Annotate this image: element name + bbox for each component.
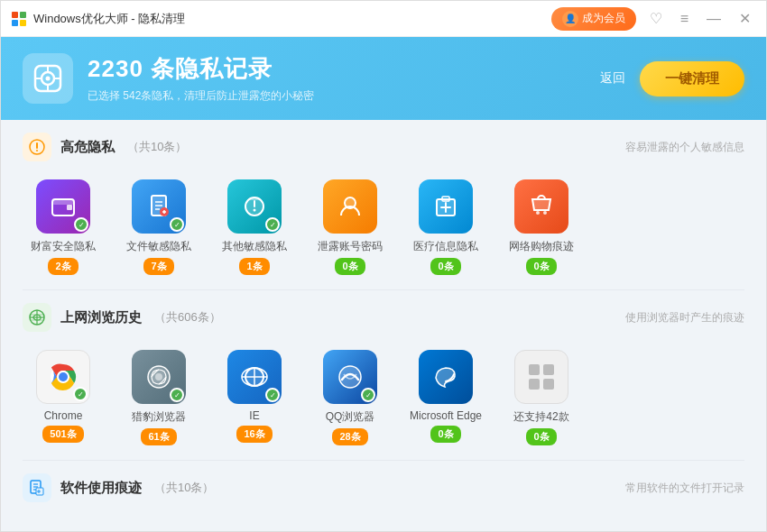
title-bar-controls: 👤 成为会员 ♡ ≡ — ✕ [551, 7, 755, 31]
high-risk-item-3[interactable]: 泄露账号密码 0条 [310, 179, 391, 275]
qq-label: QQ浏览器 [326, 409, 375, 425]
high-risk-desc: 容易泄露的个人敏感信息 [625, 140, 744, 155]
chrome-label: Chrome [44, 409, 83, 422]
browse-item-chrome[interactable]: ✓ Chrome 501条 [23, 350, 104, 445]
back-button[interactable]: 返回 [600, 70, 625, 87]
medical-icon [419, 179, 473, 234]
shop-icon [514, 179, 568, 234]
doc-icon [23, 473, 51, 502]
check-badge: ✓ [265, 388, 280, 402]
item-label-3: 泄露账号密码 [318, 239, 383, 254]
browse-item-edge[interactable]: Microsoft Edge 0条 [405, 350, 486, 445]
item-count-5: 0条 [526, 258, 556, 275]
item-label-0: 财富安全隐私 [31, 239, 96, 254]
high-risk-item-5[interactable]: 网络购物痕迹 0条 [501, 179, 582, 275]
svg-rect-44 [529, 364, 540, 375]
svg-point-30 [543, 211, 547, 215]
main-content: 高危隐私 （共10条） 容易泄露的个人敏感信息 ✓ 财富安全隐私 2条 [1, 120, 766, 532]
header-text: 2230 条隐私记录 已选择 542条隐私，清理后防止泄露您的小秘密 [88, 53, 314, 104]
menu-icon[interactable]: ≡ [676, 10, 693, 28]
high-risk-item-1[interactable]: ✓ 文件敏感隐私 7条 [118, 179, 199, 275]
browse-icon [23, 303, 51, 332]
high-risk-header: 高危隐私 （共10条） 容易泄露的个人敏感信息 [23, 133, 744, 161]
svg-rect-47 [543, 379, 554, 390]
item-label-1: 文件敏感隐私 [126, 239, 191, 254]
section-header-left: 高危隐私 （共10条） [23, 133, 187, 161]
leopard-label: 猎豹浏览器 [132, 409, 186, 425]
software-desc: 常用软件的文件打开记录 [625, 481, 744, 496]
header-left: 2230 条隐私记录 已选择 542条隐私，清理后防止泄露您的小秘密 [23, 53, 314, 104]
leopard-count: 61条 [141, 428, 176, 445]
svg-rect-46 [529, 379, 540, 390]
browse-item-leopard[interactable]: ✓ 猎豹浏览器 61条 [118, 350, 199, 445]
more-count: 0条 [526, 428, 556, 445]
browse-item-more[interactable]: 还支持42款 0条 [501, 350, 582, 445]
header-subtitle: 已选择 542条隐私，清理后防止泄露您的小秘密 [88, 88, 314, 104]
software-header-left: 软件使用痕迹 （共10条） [23, 473, 214, 502]
close-button[interactable]: ✕ [735, 10, 755, 28]
member-avatar: 👤 [562, 11, 578, 27]
high-risk-title: 高危隐私 [60, 139, 115, 156]
browse-item-qq[interactable]: ✓ QQ浏览器 28条 [310, 350, 391, 445]
qq-icon: ✓ [323, 350, 377, 404]
browse-items: ✓ Chrome 501条 ✓ [23, 343, 744, 454]
minimize-button[interactable]: — [702, 10, 725, 28]
svg-rect-45 [543, 364, 554, 375]
item-label-4: 医疗信息隐私 [413, 239, 478, 254]
high-risk-items: ✓ 财富安全隐私 2条 ✓ [23, 172, 744, 284]
browse-title: 上网浏览历史 [60, 309, 142, 326]
header-right: 返回 一键清理 [600, 61, 744, 96]
ie-icon: ✓ [227, 350, 282, 404]
browse-history-header: 上网浏览历史 （共606条） 使用浏览器时产生的痕迹 [23, 303, 744, 332]
svg-point-29 [536, 211, 540, 215]
high-risk-item-2[interactable]: ✓ 其他敏感隐私 1条 [214, 179, 295, 275]
account-icon [323, 179, 377, 234]
count-number: 2230 [88, 55, 143, 82]
clean-button[interactable]: 一键清理 [640, 61, 744, 96]
check-badge: ✓ [170, 388, 184, 402]
count-suffix: 条隐私记录 [143, 55, 273, 82]
browse-count: （共606条） [154, 309, 221, 326]
edge-label: Microsoft Edge [410, 409, 482, 422]
record-count-title: 2230 条隐私记录 [88, 53, 314, 85]
ie-count: 16条 [236, 426, 272, 443]
item-count-0: 2条 [48, 258, 78, 275]
software-title: 软件使用痕迹 [60, 480, 142, 497]
title-bar: Windows优化大师 - 隐私清理 👤 成为会员 ♡ ≡ — ✕ [1, 1, 766, 37]
check-badge: ✓ [74, 217, 88, 232]
other-icon: ✓ [227, 179, 282, 234]
high-risk-item-4[interactable]: 医疗信息隐私 0条 [405, 179, 486, 275]
software-usage-section: 软件使用痕迹 （共10条） 常用软件的文件打开记录 [1, 461, 766, 520]
check-badge: ✓ [73, 387, 88, 401]
svg-point-43 [339, 366, 361, 388]
high-risk-count: （共10条） [127, 139, 187, 155]
item-label-2: 其他敏感隐私 [222, 239, 287, 254]
svg-point-9 [36, 150, 38, 151]
high-risk-section: 高危隐私 （共10条） 容易泄露的个人敏感信息 ✓ 财富安全隐私 2条 [1, 120, 766, 289]
svg-rect-12 [67, 205, 72, 210]
svg-rect-11 [52, 199, 74, 205]
browse-history-section: 上网浏览历史 （共606条） 使用浏览器时产生的痕迹 ✓ [1, 290, 766, 460]
high-risk-item-0[interactable]: ✓ 财富安全隐私 2条 [23, 179, 104, 275]
wallet-icon: ✓ [36, 179, 90, 234]
check-badge: ✓ [361, 388, 375, 402]
app-title: Windows优化大师 - 隐私清理 [33, 11, 185, 27]
edge-count: 0条 [430, 426, 460, 443]
svg-point-36 [59, 372, 68, 381]
qq-count: 28条 [332, 428, 367, 445]
software-count: （共10条） [154, 480, 214, 496]
svg-point-22 [254, 209, 256, 212]
header-icon [23, 53, 73, 104]
item-count-4: 0条 [430, 258, 460, 275]
member-button[interactable]: 👤 成为会员 [551, 7, 636, 31]
item-label-5: 网络购物痕迹 [509, 239, 574, 254]
chrome-icon: ✓ [36, 350, 90, 404]
browse-header-left: 上网浏览历史 （共606条） [23, 303, 221, 332]
browse-item-ie[interactable]: ✓ IE 16条 [214, 350, 295, 445]
warning-icon [23, 133, 51, 161]
heart-icon[interactable]: ♡ [645, 10, 667, 28]
leopard-icon: ✓ [132, 350, 186, 404]
item-count-3: 0条 [335, 258, 365, 275]
more-icon [514, 350, 568, 404]
software-usage-header: 软件使用痕迹 （共10条） 常用软件的文件打开记录 [23, 473, 744, 502]
